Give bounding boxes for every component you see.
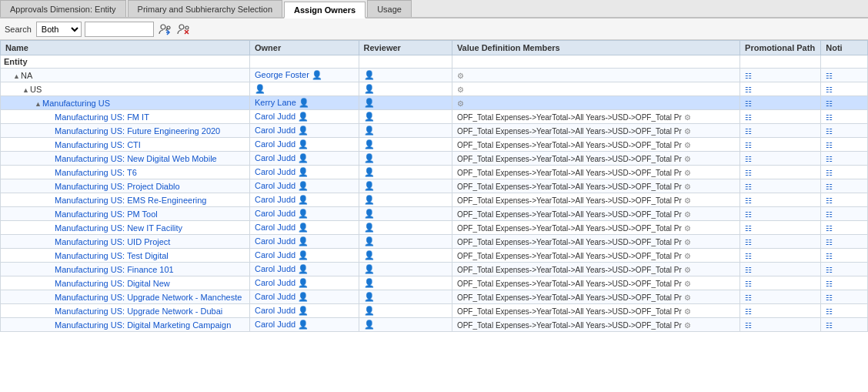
owner-link[interactable]: Carol Judd (255, 264, 295, 273)
pp-grid-icon[interactable]: ☷ (745, 155, 752, 163)
owner-link[interactable]: Carol Judd (255, 223, 295, 232)
noti-grid-icon[interactable]: ☷ (826, 99, 833, 108)
pp-grid-icon[interactable]: ☷ (745, 99, 752, 108)
noti-grid-icon[interactable]: ☷ (826, 293, 833, 302)
vdm-icon[interactable]: ⚙ (684, 238, 691, 246)
owner-person-icon[interactable]: 👤 (298, 250, 309, 260)
expand-icon[interactable]: ▲ (13, 72, 21, 80)
reviewer-person-icon[interactable]: 👤 (364, 195, 375, 205)
deassign-icon[interactable] (175, 22, 191, 37)
owner-link[interactable]: Carol Judd (255, 278, 295, 287)
vdm-icon[interactable]: ⚙ (684, 266, 691, 274)
reviewer-person-icon[interactable]: 👤 (364, 112, 375, 122)
reviewer-person-icon[interactable]: 👤 (364, 139, 375, 149)
noti-grid-icon[interactable]: ☷ (826, 321, 833, 330)
vdm-icon[interactable]: ⚙ (684, 280, 691, 288)
row-name-link[interactable]: Manufacturing US (42, 99, 110, 108)
pp-grid-icon[interactable]: ☷ (745, 252, 752, 260)
vdm-icon[interactable]: ⚙ (684, 321, 691, 330)
pp-grid-icon[interactable]: ☷ (745, 238, 752, 246)
noti-grid-icon[interactable]: ☷ (826, 85, 833, 94)
owner-person-icon[interactable]: 👤 (312, 70, 322, 80)
row-name-link[interactable]: Manufacturing US: Test Digital (55, 251, 169, 260)
reviewer-person-icon[interactable]: 👤 (364, 306, 375, 316)
row-name-link[interactable]: Manufacturing US: Upgrade Network - Manc… (55, 293, 242, 302)
pp-grid-icon[interactable]: ☷ (745, 210, 752, 219)
reviewer-person-icon[interactable]: 👤 (364, 167, 375, 177)
reviewer-person-icon[interactable]: 👤 (364, 320, 375, 330)
reviewer-person-icon[interactable]: 👤 (364, 126, 375, 136)
owner-person-icon[interactable]: 👤 (298, 292, 309, 302)
vdm-icon[interactable]: ⚙ (684, 113, 691, 122)
owner-person-icon[interactable]: 👤 (298, 195, 309, 205)
expand-icon[interactable]: ▲ (22, 86, 30, 94)
owner-link[interactable]: Carol Judd (255, 236, 295, 246)
vdm-icon[interactable]: ⚙ (684, 252, 691, 260)
owner-person-icon[interactable]: 👤 (298, 126, 309, 136)
noti-grid-icon[interactable]: ☷ (826, 210, 833, 219)
tab-approvals-dimension[interactable]: Approvals Dimension: Entity (0, 0, 126, 17)
owner-link[interactable]: Carol Judd (255, 112, 295, 121)
vdm-icon[interactable]: ⚙ (684, 210, 691, 219)
owner-person-icon[interactable]: 👤 (298, 167, 309, 177)
assign-icon[interactable] (157, 22, 172, 37)
noti-grid-icon[interactable]: ☷ (826, 307, 833, 316)
vdm-icon[interactable]: ⚙ (684, 196, 691, 205)
row-name-link[interactable]: Manufacturing US: Future Engineering 202… (55, 126, 220, 136)
vdm-icon[interactable]: ⚙ (457, 72, 464, 80)
pp-grid-icon[interactable]: ☷ (745, 127, 752, 136)
reviewer-person-icon[interactable]: 👤 (364, 153, 375, 163)
row-name-link[interactable]: Manufacturing US: PM Tool (55, 209, 158, 219)
pp-grid-icon[interactable]: ☷ (745, 293, 752, 302)
reviewer-person-icon[interactable]: 👤 (364, 181, 375, 191)
vdm-icon[interactable]: ⚙ (684, 169, 691, 177)
row-name-link[interactable]: Manufacturing US: Upgrade Network - Duba… (55, 307, 222, 316)
noti-grid-icon[interactable]: ☷ (826, 280, 833, 288)
pp-grid-icon[interactable]: ☷ (745, 280, 752, 288)
row-name-link[interactable]: Manufacturing US: Digital Marketing Camp… (55, 320, 231, 330)
row-name-link[interactable]: Manufacturing US: Finance 101 (55, 265, 174, 274)
vdm-icon[interactable]: ⚙ (684, 155, 691, 163)
reviewer-person-icon[interactable]: 👤 (364, 98, 375, 108)
owner-link[interactable]: Carol Judd (255, 292, 295, 301)
owner-person-icon[interactable]: 👤 (298, 112, 309, 122)
reviewer-person-icon[interactable]: 👤 (364, 264, 375, 274)
vdm-icon[interactable]: ⚙ (684, 183, 691, 191)
pp-grid-icon[interactable]: ☷ (745, 321, 752, 330)
noti-grid-icon[interactable]: ☷ (826, 224, 833, 233)
row-name-link[interactable]: Manufacturing US: Digital New (55, 279, 170, 288)
search-input[interactable] (85, 22, 154, 37)
reviewer-person-icon[interactable]: 👤 (364, 223, 375, 233)
row-name-link[interactable]: Manufacturing US: CTI (55, 140, 141, 149)
reviewer-person-icon[interactable]: 👤 (364, 84, 375, 94)
noti-grid-icon[interactable]: ☷ (826, 113, 833, 122)
tab-primary-subhierarchy[interactable]: Primary and Subhierarchy Selection (128, 0, 282, 17)
owner-link[interactable]: Carol Judd (255, 153, 295, 162)
owner-person-icon[interactable]: 👤 (298, 181, 309, 191)
pp-grid-icon[interactable]: ☷ (745, 224, 752, 233)
noti-grid-icon[interactable]: ☷ (826, 252, 833, 260)
owner-link[interactable]: Carol Judd (255, 195, 295, 204)
owner-link[interactable]: Carol Judd (255, 181, 295, 190)
noti-grid-icon[interactable]: ☷ (826, 266, 833, 274)
vdm-icon[interactable]: ⚙ (684, 141, 691, 149)
pp-grid-icon[interactable]: ☷ (745, 169, 752, 177)
owner-link[interactable]: Carol Judd (255, 209, 295, 218)
owner-link[interactable]: Carol Judd (255, 126, 295, 135)
noti-grid-icon[interactable]: ☷ (826, 72, 833, 80)
owner-link[interactable]: Carol Judd (255, 320, 295, 329)
row-name-link[interactable]: Manufacturing US: UID Project (55, 237, 170, 246)
owner-person-icon[interactable]: 👤 (298, 264, 309, 274)
pp-grid-icon[interactable]: ☷ (745, 72, 752, 80)
row-name-link[interactable]: Manufacturing US: FM IT (55, 112, 149, 122)
vdm-icon[interactable]: ⚙ (457, 99, 464, 108)
reviewer-person-icon[interactable]: 👤 (364, 250, 375, 260)
row-name-link[interactable]: Manufacturing US: Project Diablo (55, 182, 180, 191)
reviewer-person-icon[interactable]: 👤 (364, 278, 375, 288)
vdm-icon[interactable]: ⚙ (684, 224, 691, 233)
row-name-link[interactable]: Manufacturing US: New IT Facility (55, 223, 182, 233)
row-name-link[interactable]: Manufacturing US: EMS Re-Engineering (55, 196, 206, 205)
noti-grid-icon[interactable]: ☷ (826, 127, 833, 136)
noti-grid-icon[interactable]: ☷ (826, 155, 833, 163)
noti-grid-icon[interactable]: ☷ (826, 183, 833, 191)
